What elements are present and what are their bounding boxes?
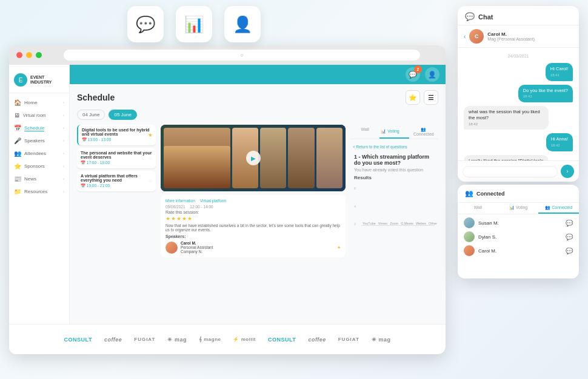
chat-badge: 2 [414, 65, 422, 73]
session-item-3[interactable]: A virtual platform that offers everythin… [77, 171, 156, 191]
virtual-room-icon: 🖥 [14, 112, 20, 119]
connected-name-carol: Carol M. [478, 248, 496, 254]
sidebar-news-label: News [24, 176, 36, 182]
tab-voting[interactable]: 📊 Voting [379, 125, 409, 139]
user-feature-icon: 👤 [224, 6, 261, 42]
resources-arrow: › [63, 190, 64, 194]
connected-user-susan: Susan M. 💬 [464, 217, 573, 228]
analytics-feature-icon: 📊 [176, 6, 212, 42]
play-button[interactable]: ▶ [246, 151, 261, 165]
back-to-questions-link[interactable]: Return to the list of questions [350, 143, 438, 151]
connected-tabs: Wall 📊 Voting 👥 Connected [458, 203, 579, 214]
browser-dot-red[interactable] [16, 52, 22, 58]
chat-text-input[interactable] [463, 166, 558, 177]
session-3-title: A virtual platform that offers everythin… [81, 174, 152, 182]
chat-user-avatar: C [469, 29, 484, 44]
brand-mag-2: ✳ mag [372, 337, 391, 343]
connected-tab-connected[interactable]: 👥 Connected [538, 203, 579, 214]
tab-wall[interactable]: Wall [350, 125, 379, 139]
star-filter-button[interactable]: ⭐ [406, 90, 420, 105]
sidebar-item-virtual-room[interactable]: 🖥 Virtual room › [9, 109, 69, 122]
chat-panel: 💬 Chat ‹ C Carol M. Mag (Personal Assist… [458, 6, 579, 182]
bar-vimeo-label: Vimeo [378, 222, 388, 225]
connected-msg-carol[interactable]: 💬 [566, 248, 573, 254]
chat-msg-2-time: 18:41 [523, 94, 568, 99]
page-title: Schedule [77, 93, 406, 102]
chat-feature-icon: 💬 [127, 6, 164, 42]
bar-gmeets-label: G.Meets [401, 222, 413, 225]
session-list: Digital tools to be used for hybrid and … [77, 125, 156, 323]
browser-dot-yellow[interactable] [26, 52, 32, 58]
sidebar-item-home[interactable]: 🏠 Home › [9, 96, 69, 109]
brand-consult-2: CONSULT [268, 337, 296, 343]
brand-bar: CONSULT coffee FUGIAT ✳ mag 𝄞 magne ⚡ mo… [70, 324, 446, 354]
browser-window: ○ E EVENTINDUSTRY 🏠 Home › 🖥 Virtual roo… [9, 45, 446, 354]
sidebar-sponsors-label: Sponsors [24, 163, 45, 169]
session-2-title: The personal and website that your event… [81, 151, 152, 159]
bar-vimeo: Vimeo [378, 220, 388, 225]
chat-msg-4-text: Hi Anna! [551, 136, 568, 142]
browser-dot-green[interactable] [36, 52, 42, 58]
speaker-favorite-star[interactable]: ★ [337, 245, 341, 250]
chat-user-name: Carol M. [487, 31, 573, 37]
connected-tab-wall[interactable]: Wall [458, 203, 498, 214]
sidebar-item-resources[interactable]: 📁 Resources › [9, 185, 69, 198]
chat-back-button[interactable]: ‹ [464, 33, 466, 40]
sidebar-item-schedule[interactable]: 📅 Schedule › [9, 122, 69, 134]
chat-msg-3-time: 18:42 [469, 122, 544, 127]
panel-tabs: Wall 📊 Voting 👥 Connected [350, 125, 438, 139]
connected-msg-susan[interactable]: 💬 [566, 220, 573, 226]
address-bar[interactable]: ○ [64, 50, 420, 61]
bar-zoom-label: Zoom [390, 222, 398, 225]
brand-consult-1: CONSULT [70, 337, 92, 343]
session-3-star: ☆ [148, 178, 153, 184]
news-arrow: › [63, 177, 64, 181]
sidebar-item-speakers[interactable]: 🎤 Speakers › [9, 134, 69, 147]
sidebar-item-news[interactable]: 📰 News › [9, 173, 69, 185]
user-topbar-icon[interactable]: 👤 [425, 67, 439, 82]
speaker-info: Carol M. Personal Assistant Company N. [181, 241, 213, 254]
date-tab-05june[interactable]: 05 June [109, 110, 136, 120]
connected-name-susan: Susan M. [478, 220, 499, 226]
chat-msg-4: Hi Anna! 18:42 [546, 133, 573, 151]
bar-webex-label: Webex [416, 222, 426, 225]
chat-header-icon: 💬 [465, 12, 475, 21]
content-area: ▶ More information Virtual platform 09/0… [161, 125, 346, 323]
chat-input-row: › [458, 160, 579, 182]
session-time-detail: 12:00 - 14:00 [190, 205, 213, 209]
list-view-button[interactable]: ☰ [424, 90, 438, 105]
sidebar-speakers-label: Speakers [24, 138, 45, 143]
session-rating-stars[interactable]: ★★★★★ [165, 216, 341, 222]
session-item-1[interactable]: Digital tools to be used for hybrid and … [77, 125, 156, 145]
home-icon: 🏠 [14, 99, 21, 106]
chat-topbar-icon[interactable]: 💬 2 [406, 67, 420, 82]
session-2-time: 📅 17:00 - 18:00 [81, 160, 152, 165]
app-layout: E EVENTINDUSTRY 🏠 Home › 🖥 Virtual room … [9, 65, 446, 354]
app-topbar: 💬 2 👤 [70, 65, 446, 84]
speaker-name: Carol M. [181, 241, 213, 245]
bar-other-label: Other [429, 222, 437, 225]
connected-user-carol: Carol M. 💬 [464, 245, 573, 256]
sponsors-icon: ⭐ [14, 163, 21, 170]
brand-mollit-1: ⚡ mollit [233, 337, 256, 342]
connected-panel: 👥 Connected Wall 📊 Voting 👥 Connected Su… [458, 185, 579, 278]
sidebar-item-attendees[interactable]: 👥 Attendees › [9, 147, 69, 160]
schedule-arrow: › [63, 126, 64, 130]
date-tab-04june[interactable]: 04 June [77, 110, 105, 120]
tab-connected[interactable]: 👥 Connected [409, 125, 438, 139]
brand-fugiat-1: FUGIAT [134, 337, 155, 342]
connected-avatar-carol [464, 245, 475, 256]
results-label: Results [354, 175, 435, 180]
connected-title: Connected [476, 191, 505, 197]
session-item-2[interactable]: The personal and website that your event… [77, 148, 156, 168]
connected-header-icon: 👥 [465, 190, 473, 197]
y-label-6: 6 [354, 186, 356, 190]
sidebar-item-sponsors[interactable]: ⭐ Sponsors › [9, 160, 69, 173]
chat-send-button[interactable]: › [561, 165, 574, 178]
more-info-link[interactable]: More information [165, 199, 195, 203]
chat-msg-5: I really liked the session "Digital tool… [464, 155, 549, 160]
connected-msg-dylan[interactable]: 💬 [566, 234, 573, 240]
virtual-room-arrow: › [63, 113, 64, 117]
connected-tab-voting[interactable]: 📊 Voting [498, 203, 539, 214]
chat-msg-1-text: Hi Carol! [550, 66, 568, 72]
